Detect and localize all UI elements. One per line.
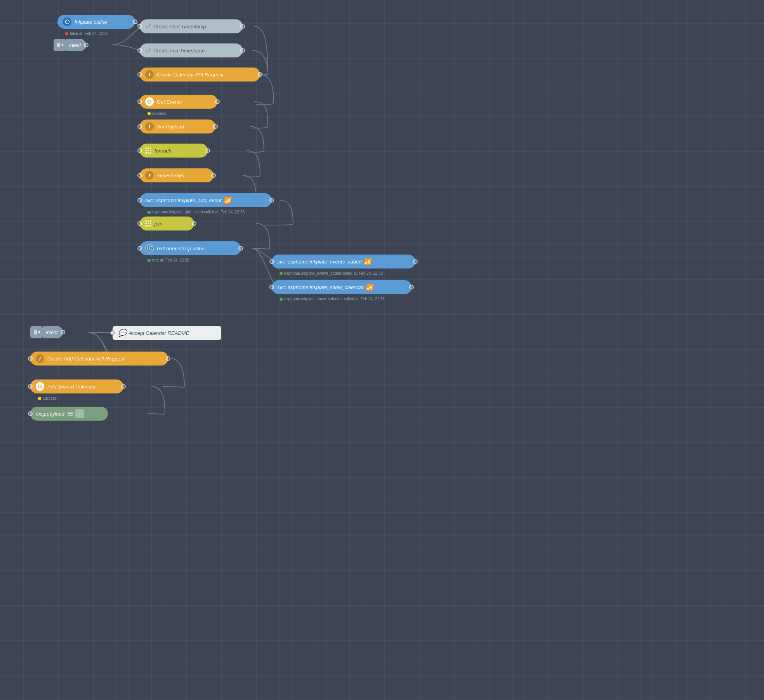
timestamps-node[interactable]: f Timestamps: [140, 168, 214, 182]
svc-add-event-port-right[interactable]: [269, 198, 274, 203]
svc-events-added-node[interactable]: svc: esphome:inkplate_events_added 📶 esp…: [272, 255, 415, 269]
wifi-icon-3: 📶: [365, 284, 373, 291]
create-add-calendar-port-right[interactable]: [166, 356, 170, 361]
inject-bottom-icon: [33, 329, 40, 336]
get-events-label: Get Events: [157, 99, 182, 105]
get-deep-sleep-dot: [148, 259, 151, 262]
svc-events-added-port-right[interactable]: [413, 259, 418, 264]
foreach-node[interactable]: foreach: [140, 144, 208, 158]
google-icon-2: G: [36, 382, 44, 391]
svg-rect-2: [34, 330, 37, 334]
svg-marker-1: [61, 43, 63, 47]
inkplate-online-status: false at: Feb 24, 22:38: [65, 31, 109, 36]
get-events-port-right[interactable]: [215, 99, 220, 104]
get-events-status-dot: [148, 112, 151, 115]
create-add-calendar-api-label: Create Add Calendar API Request: [47, 356, 124, 362]
join-node[interactable]: join: [140, 217, 194, 230]
inject-bottom-port-right[interactable]: [61, 330, 65, 334]
svc-show-calendar-node[interactable]: svc: esphome:inkplate_show_calendar 📶 es…: [272, 280, 412, 294]
create-end-ts-port-right[interactable]: [240, 48, 245, 53]
inject-bottom-box[interactable]: [30, 326, 43, 338]
create-start-ts-port-right[interactable]: [240, 24, 245, 29]
inject-top-port-right[interactable]: [84, 43, 89, 47]
svc-add-event-dot: [148, 211, 151, 214]
wifi-icon-2: 📶: [363, 258, 371, 265]
msg-payload-node[interactable]: msg.payload: [30, 407, 108, 421]
inkplate-online-port-right[interactable]: [133, 19, 137, 24]
inject-icon: [56, 42, 63, 49]
inject-top-label: inject: [66, 39, 86, 51]
comment-icon: 💬: [118, 329, 127, 337]
svc-show-calendar-dot: [280, 298, 283, 301]
timestamps-port-right[interactable]: [211, 173, 216, 178]
add-shared-calendar-port-left[interactable]: [28, 384, 33, 389]
grid-icon-2: [145, 220, 151, 227]
set-payload-port-right[interactable]: [213, 124, 218, 129]
join-label: join: [155, 221, 162, 227]
svc-add-event-port-left[interactable]: [137, 198, 142, 203]
get-deep-sleep-port-right[interactable]: [238, 246, 243, 251]
create-calendar-api-port-left[interactable]: [137, 72, 142, 77]
get-events-port-left[interactable]: [137, 99, 142, 104]
get-deep-sleep-status: true at: Feb 24, 22:38: [148, 258, 189, 262]
inkplate-icon: ⬡: [63, 17, 71, 26]
accept-calendar-readme-node[interactable]: 💬 Accept Calendar README: [113, 326, 221, 340]
join-port-right[interactable]: [192, 221, 196, 226]
create-start-ts-port-left[interactable]: [137, 24, 142, 29]
add-shared-calendar-status: success: [38, 396, 57, 400]
set-payload-label: Set Payload: [157, 124, 184, 130]
set-payload-node[interactable]: f Set Payload: [140, 120, 215, 133]
create-start-timestamp-node[interactable]: ↺ Create start Timestamp: [140, 19, 243, 33]
create-end-timestamp-node[interactable]: ↺ Create end Timestamp: [140, 43, 243, 57]
svc-events-added-status: esphome.inkplate_events_added called at:…: [280, 271, 383, 275]
get-events-status: success: [148, 111, 166, 116]
comment-port-left[interactable]: [110, 331, 115, 335]
set-payload-port-left[interactable]: [137, 124, 142, 129]
create-add-calendar-api-node[interactable]: f Create Add Calendar API Request: [30, 352, 168, 366]
inject-box[interactable]: [54, 39, 66, 51]
add-shared-calendar-port-right[interactable]: [121, 384, 126, 389]
foreach-port-left[interactable]: [137, 148, 142, 153]
function-icon-4: f: [36, 354, 44, 363]
inject-top-node[interactable]: inject: [54, 39, 86, 51]
create-calendar-api-port-right[interactable]: [258, 72, 262, 77]
create-add-calendar-port-left[interactable]: [28, 356, 33, 361]
svc-add-event-node[interactable]: svc: esphome:inkplate_add_event 📶 esphom…: [140, 193, 272, 207]
msg-payload-label: msg.payload: [36, 411, 64, 417]
svc-events-added-label: svc: esphome:inkplate_events_added: [277, 259, 362, 265]
svc-events-added-dot: [280, 272, 283, 275]
msg-payload-port-left[interactable]: [28, 411, 33, 416]
inject-bottom-node[interactable]: inject: [30, 326, 63, 338]
function-icon-1: f: [145, 70, 154, 79]
svc-show-calendar-label: svc: esphome:inkplate_show_calendar: [277, 284, 364, 290]
add-shared-calendar-dot: [38, 397, 41, 400]
debug-icon: [68, 412, 73, 416]
create-end-ts-port-left[interactable]: [137, 48, 142, 53]
google-icon: G: [145, 97, 154, 106]
wifi-icon-1: 📶: [223, 197, 231, 204]
add-shared-calendar-node[interactable]: G Add Shared Calendar success: [30, 379, 123, 393]
svc-show-calendar-port-left[interactable]: [269, 285, 274, 289]
output-square: [75, 409, 84, 418]
inkplate-online-label: Inkplate online: [75, 19, 107, 25]
svg-marker-3: [38, 331, 40, 334]
foreach-port-right[interactable]: [205, 148, 210, 153]
get-deep-sleep-node[interactable]: ⓘ Get deep sleep value true at: Feb 24, …: [140, 241, 241, 255]
inkplate-online-node[interactable]: ⬡ Inkplate online false at: Feb 24, 22:3…: [57, 15, 135, 29]
get-deep-sleep-port-left[interactable]: [137, 246, 142, 251]
add-shared-calendar-label: Add Shared Calendar: [47, 384, 96, 390]
join-port-left[interactable]: [137, 221, 142, 226]
get-events-node[interactable]: G Get Events success: [140, 95, 217, 109]
svc-add-event-status: esphome.inkplate_add_event called at: Fe…: [148, 210, 245, 214]
timestamps-label: Timestamps: [157, 173, 184, 178]
create-start-ts-label: Create start Timestamp: [153, 24, 206, 29]
inject-bottom-label: inject: [43, 326, 63, 338]
foreach-label: foreach: [155, 148, 171, 154]
create-calendar-api-node[interactable]: f Create Calendar API Request: [140, 68, 260, 81]
svc-events-added-port-left[interactable]: [269, 259, 274, 264]
grid-icon: [145, 147, 151, 154]
svc-show-calendar-port-right[interactable]: [409, 285, 414, 289]
accept-calendar-readme-label: Accept Calendar README: [129, 330, 189, 336]
timestamps-port-left[interactable]: [137, 173, 142, 178]
info-icon: ⓘ: [145, 244, 154, 253]
